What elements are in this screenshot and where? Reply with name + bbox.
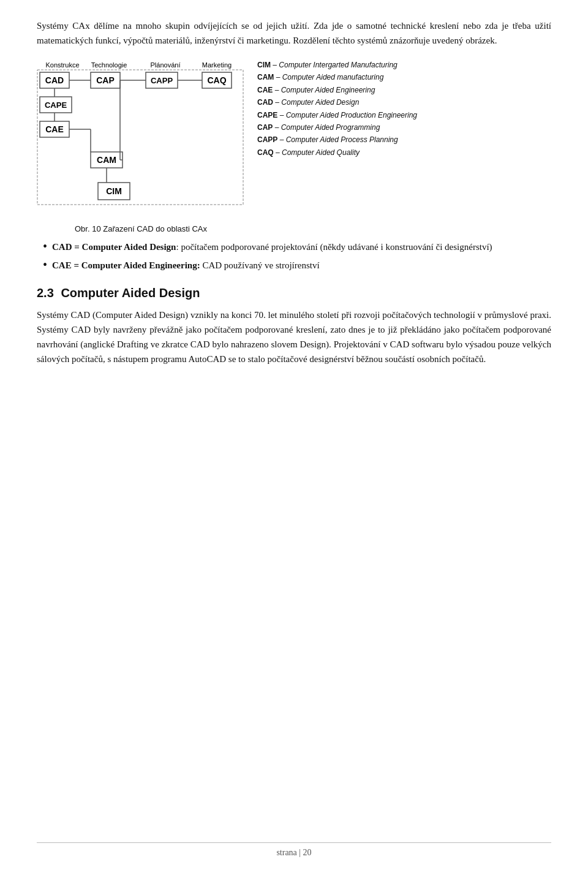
legend-capp-label: CAPP: [257, 135, 277, 144]
legend-cape-desc: Computer Aided Production Engineering: [286, 111, 417, 119]
cam-label: CAM: [97, 155, 116, 165]
col-header-technologie: Technologie: [91, 61, 127, 69]
legend-item-cad: CAD – Computer Aided Design: [257, 96, 551, 108]
footer: strana | 20: [37, 842, 551, 858]
caq-label: CAQ: [207, 75, 226, 85]
bullet-list: • CAD = Computer Aided Design: počítačem…: [43, 240, 551, 273]
bullet-dot-cae: •: [43, 257, 47, 273]
bullet-text-cad: CAD = Computer Aided Design: počítačem p…: [52, 240, 551, 254]
legend-cim-desc: Computer Intergarted Manufacturing: [279, 61, 397, 69]
bullet-dot-cad: •: [43, 238, 47, 254]
legend: CIM – Computer Intergarted Manufacturing…: [257, 59, 551, 159]
legend-item-capp: CAPP – Computer Aided Process Planning: [257, 134, 551, 146]
legend-item-cap: CAP – Computer Aided Programming: [257, 121, 551, 134]
page-content: Systémy CAx dělíme na mnoho skupin odvíj…: [37, 18, 551, 366]
legend-cap-label: CAP: [257, 123, 273, 132]
legend-item-cam: CAM – Computer Aided manufacturing: [257, 71, 551, 83]
legend-cam-label: CAM: [257, 73, 274, 81]
cax-diagram-svg: Konstrukce Technologie Plánování Marketi…: [37, 59, 245, 218]
cax-diagram-container: Konstrukce Technologie Plánování Marketi…: [37, 59, 245, 233]
bullet-text-cae: CAE = Computer Aided Engineering: CAD po…: [52, 258, 551, 273]
figure-caption: Obr. 10 Zařazení CAD do oblasti CAx: [37, 224, 245, 233]
col-header-konstrukce: Konstrukce: [45, 61, 79, 69]
cad-bold: CAD = Computer Aided Design: [52, 242, 176, 252]
intro-block: Systémy CAx dělíme na mnoho skupin odvíj…: [37, 18, 551, 48]
page-number: strana | 20: [276, 848, 311, 857]
cae-bold: CAE = Computer Aided Engineering:: [52, 260, 200, 270]
col-header-marketing: Marketing: [202, 61, 232, 69]
legend-cad-label: CAD: [257, 98, 273, 107]
section-body-p1: Systémy CAD (Computer Aided Design) vzni…: [37, 308, 551, 366]
legend-caq-label: CAQ: [257, 148, 274, 157]
cim-label: CIM: [106, 186, 122, 196]
legend-item-caq: CAQ – Computer Aided Quality: [257, 146, 551, 159]
section-heading-label: Computer Aided Design: [61, 286, 200, 300]
col-header-planovani: Plánování: [151, 61, 181, 69]
bullet-item-cae: • CAE = Computer Aided Engineering: CAD …: [43, 258, 551, 273]
legend-cape-label: CAPE: [257, 111, 277, 119]
legend-item-cae: CAE – Computer Aided Engineering: [257, 84, 551, 96]
legend-capp-desc: Computer Aided Process Planning: [286, 135, 398, 144]
section-number: 2.3: [37, 286, 54, 300]
capp-label: CAPP: [151, 76, 173, 85]
legend-item-cape: CAPE – Computer Aided Production Enginee…: [257, 109, 551, 121]
legend-cap-desc: Computer Aided Programming: [281, 123, 380, 132]
legend-cam-desc: Computer Aided manufacturing: [282, 73, 384, 81]
cap-label: CAP: [96, 75, 115, 85]
legend-cad-desc: Computer Aided Design: [281, 98, 359, 107]
legend-cim-label: CIM: [257, 61, 271, 69]
legend-cae-desc: Computer Aided Engineering: [281, 86, 375, 94]
cad-label: CAD: [45, 75, 64, 85]
legend-caq-desc: Computer Aided Quality: [282, 148, 360, 157]
legend-cae-label: CAE: [257, 86, 273, 94]
intro-paragraph: Systémy CAx dělíme na mnoho skupin odvíj…: [37, 18, 551, 48]
bullet-item-cad: • CAD = Computer Aided Design: počítačem…: [43, 240, 551, 254]
legend-item-cim: CIM – Computer Intergarted Manufacturing: [257, 59, 551, 71]
section-heading-23: 2.3 Computer Aided Design: [37, 286, 551, 300]
cape-label: CAPE: [45, 100, 67, 110]
cae-label: CAE: [45, 124, 64, 134]
diagram-section: Konstrukce Technologie Plánování Marketi…: [37, 59, 551, 233]
